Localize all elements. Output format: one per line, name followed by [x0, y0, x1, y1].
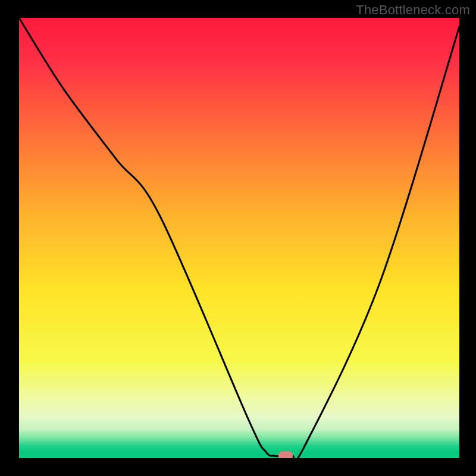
chart-container: TheBottleneck.com: [0, 0, 476, 476]
plot-area: [19, 18, 459, 458]
watermark-text: TheBottleneck.com: [356, 2, 470, 18]
curve-layer: [19, 18, 459, 458]
bottleneck-curve: [19, 18, 459, 458]
optimal-point-marker: [278, 452, 293, 458]
